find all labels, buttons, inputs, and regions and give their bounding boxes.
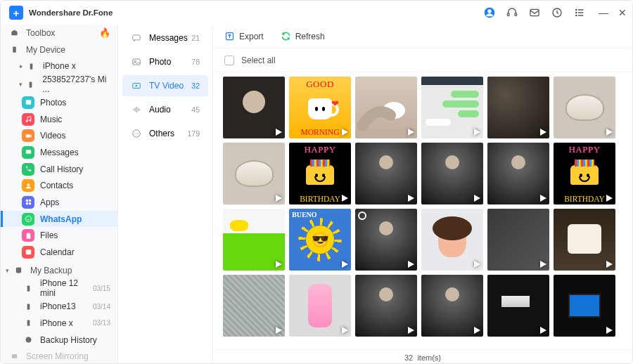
video-thumb[interactable]	[355, 275, 417, 337]
refresh-button[interactable]: Refresh	[281, 31, 325, 41]
minimize-button[interactable]: —	[599, 7, 608, 18]
category-others[interactable]: Others179	[122, 123, 208, 144]
svg-rect-15	[25, 100, 30, 105]
category-messages[interactable]: Messages21	[122, 27, 208, 48]
phone-icon	[22, 282, 34, 294]
sidebar-item-photos[interactable]: Photos	[1, 94, 117, 111]
video-thumb[interactable]: HAPPYBIRTHDAY	[289, 143, 351, 204]
chevron-down-icon: ▾	[4, 267, 11, 274]
sidebar-item-apps[interactable]: Apps	[1, 194, 117, 211]
video-thumb[interactable]	[487, 143, 549, 204]
sidebar-backup-history[interactable]: Backup History	[1, 332, 117, 349]
sidebar-item-label: Videos	[40, 131, 65, 141]
backup-name: iPhone13	[40, 301, 76, 311]
sidebar-item-label: Apps	[40, 197, 59, 207]
device-label: iPhone x	[43, 61, 76, 71]
sidebar-backup-0[interactable]: iPhone 12 mini03/15	[1, 278, 117, 298]
screen-mirroring-label: Screen Mirroring	[26, 351, 89, 361]
video-thumb[interactable]: GOOD❤MORNING	[289, 77, 351, 138]
video-thumb[interactable]	[554, 209, 615, 271]
sidebar-item-label: Photos	[40, 98, 66, 108]
play-icon	[342, 195, 348, 202]
backup-date: 03/13	[93, 319, 110, 327]
svg-point-16	[25, 120, 27, 122]
svg-point-1	[487, 9, 491, 13]
svg-rect-31	[27, 320, 30, 326]
video-thumb[interactable]	[223, 209, 285, 271]
more-icon	[131, 128, 142, 139]
history-icon[interactable]	[551, 6, 563, 19]
play-icon	[408, 261, 414, 268]
files-icon	[22, 229, 34, 242]
category-count: 45	[191, 105, 200, 114]
play-icon	[408, 327, 414, 334]
menu-icon[interactable]	[573, 6, 586, 19]
video-thumb[interactable]	[289, 275, 351, 337]
select-all-checkbox[interactable]	[224, 56, 234, 65]
video-thumb[interactable]: BUENO😎	[289, 209, 351, 271]
video-thumb[interactable]	[421, 209, 483, 271]
video-thumb[interactable]	[355, 77, 417, 138]
sidebar-item-label: Messages	[40, 148, 79, 157]
play-icon	[474, 261, 480, 268]
video-thumb[interactable]	[223, 275, 285, 337]
sidebar-item-messages[interactable]: Messages	[1, 144, 117, 161]
chat-icon	[131, 32, 142, 44]
svg-rect-23	[25, 202, 27, 204]
sidebar-item-whatsapp[interactable]: WhatsApp	[1, 211, 117, 228]
phone-icon	[22, 317, 34, 330]
video-thumb[interactable]	[487, 77, 549, 138]
sidebar-device-iphonex[interactable]: ▸ iPhone x	[1, 58, 117, 74]
play-icon	[606, 195, 613, 202]
phone-icon	[25, 60, 37, 72]
svg-rect-30	[27, 304, 30, 309]
category-tv-video[interactable]: TV Video32	[122, 75, 208, 96]
export-button[interactable]: Export	[224, 31, 264, 41]
category-photo[interactable]: Photo78	[122, 51, 208, 72]
audio-icon	[131, 104, 142, 115]
videos-icon	[22, 129, 34, 142]
sidebar-my-backup[interactable]: ▾ My Backup	[1, 262, 117, 279]
video-grid[interactable]: GOOD❤MORNING HAPPYBIRTHDAY HAPPYBIRTHDAY…	[213, 72, 632, 349]
account-icon[interactable]	[483, 6, 496, 19]
sidebar-item-music[interactable]: Music	[1, 111, 117, 128]
video-thumb[interactable]: HAPPYBIRTHDAY	[554, 143, 615, 204]
sidebar-my-device[interactable]: My Device	[1, 41, 117, 58]
video-thumb[interactable]	[223, 143, 285, 204]
messages-icon	[22, 146, 34, 159]
sidebar-device-mi[interactable]: ▾ 2538527237's Mi ...	[1, 74, 117, 94]
play-icon	[474, 129, 480, 136]
category-label: Others	[149, 129, 174, 138]
video-thumb[interactable]	[554, 77, 615, 138]
svg-rect-19	[25, 150, 30, 155]
play-icon	[606, 129, 613, 136]
video-thumb[interactable]	[421, 275, 483, 337]
close-button[interactable]: ✕	[618, 7, 627, 18]
video-thumb[interactable]	[355, 209, 417, 271]
sidebar-item-files[interactable]: Files	[1, 227, 117, 244]
backup-date: 03/14	[93, 303, 110, 311]
sidebar-item-call-history[interactable]: Call History	[1, 161, 117, 178]
video-thumb[interactable]	[487, 275, 549, 337]
play-icon	[276, 261, 282, 268]
video-thumb[interactable]	[487, 209, 549, 271]
sidebar-item-calendar[interactable]: Calendar	[1, 244, 117, 261]
category-audio[interactable]: Audio45	[122, 99, 208, 120]
sidebar-backup-2[interactable]: iPhone x03/13	[1, 315, 117, 332]
video-thumb[interactable]	[421, 143, 483, 204]
backup-history-label: Backup History	[40, 335, 97, 345]
sidebar-item-contacts[interactable]: Contacts	[1, 177, 117, 194]
svg-point-20	[27, 183, 30, 186]
sidebar-screen-mirroring[interactable]: Screen Mirroring	[1, 348, 117, 364]
video-thumb[interactable]	[421, 77, 483, 138]
support-icon[interactable]	[506, 6, 518, 19]
backup-name: iPhone x	[40, 318, 73, 328]
play-icon	[276, 195, 282, 202]
video-thumb[interactable]	[554, 275, 615, 337]
video-thumb[interactable]	[223, 77, 285, 138]
sidebar-toolbox[interactable]: Toolbox 🔥	[1, 25, 117, 41]
video-thumb[interactable]	[355, 143, 417, 204]
mail-icon[interactable]	[528, 6, 541, 19]
sidebar-item-videos[interactable]: Videos	[1, 127, 117, 144]
sidebar-backup-1[interactable]: iPhone1303/14	[1, 298, 117, 315]
